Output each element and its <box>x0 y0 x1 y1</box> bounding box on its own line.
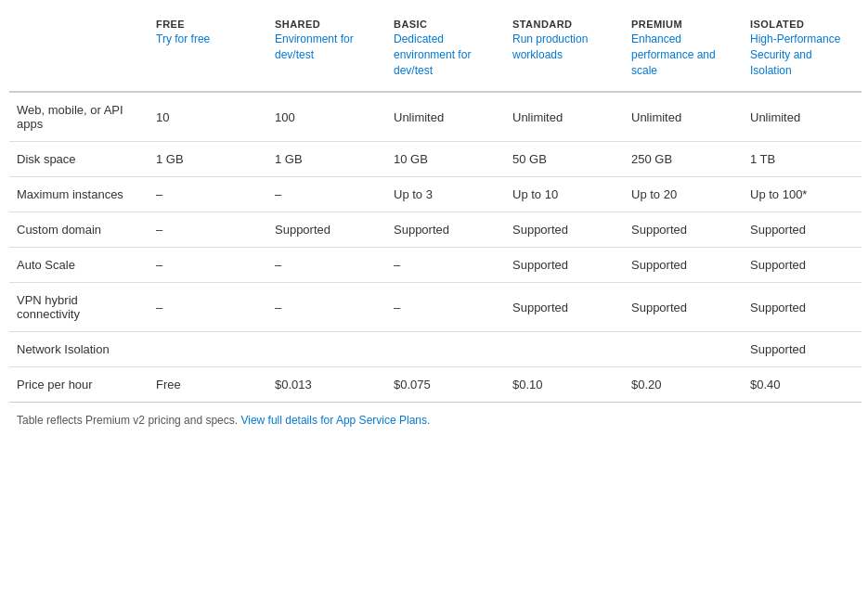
plan-header-free: FREETry for free <box>149 9 267 92</box>
table-row: VPN hybrid connectivity–––SupportedSuppo… <box>9 283 862 332</box>
feature-value-cell: 1 TB <box>743 142 862 177</box>
feature-value-cell: 1 GB <box>267 142 386 177</box>
plan-desc-label: High-Performance Security and Isolation <box>750 32 854 78</box>
feature-value-cell: Supported <box>624 212 743 248</box>
feature-value-cell: – <box>267 283 386 332</box>
footer-static-text: Table reflects Premium v2 pricing and sp… <box>17 414 240 427</box>
table-row: Web, mobile, or API apps10100UnlimitedUn… <box>9 92 862 142</box>
plan-header-shared: SHAREDEnvironment for dev/test <box>267 9 386 92</box>
feature-value-cell: Unlimited <box>386 92 505 142</box>
feature-value-cell: 50 GB <box>505 142 624 177</box>
feature-value-cell: 100 <box>267 92 386 142</box>
feature-value-cell: – <box>149 248 267 283</box>
plan-desc-label: Environment for dev/test <box>275 32 379 63</box>
feature-value-cell: Unlimited <box>505 92 624 142</box>
feature-value-cell: – <box>386 248 505 283</box>
feature-value-cell: $0.20 <box>624 367 743 403</box>
pricing-table-wrapper: FREETry for freeSHAREDEnvironment for de… <box>0 0 868 451</box>
footer-row: Table reflects Premium v2 pricing and sp… <box>9 403 862 433</box>
feature-value-cell: 10 GB <box>386 142 505 177</box>
feature-name-cell: Disk space <box>9 142 149 177</box>
plan-desc-label: Run production workloads <box>512 32 616 63</box>
header-row: FREETry for freeSHAREDEnvironment for de… <box>9 9 862 92</box>
table-row: Price per hourFree$0.013$0.075$0.10$0.20… <box>9 367 862 403</box>
table-row: Auto Scale–––SupportedSupportedSupported <box>9 248 862 283</box>
feature-value-cell: 1 GB <box>149 142 267 177</box>
table-row: Disk space1 GB1 GB10 GB50 GB250 GB1 TB <box>9 142 862 177</box>
feature-value-cell: – <box>267 177 386 212</box>
feature-value-cell: – <box>149 177 267 212</box>
footer-link[interactable]: View full details for App Service Plans. <box>240 414 430 427</box>
plan-desc-label: Dedicated environment for dev/test <box>394 32 498 78</box>
feature-name-cell: Web, mobile, or API apps <box>9 92 149 142</box>
feature-value-cell <box>267 332 386 367</box>
feature-value-cell: $0.013 <box>267 367 386 403</box>
table-row: Custom domain–SupportedSupportedSupporte… <box>9 212 862 248</box>
feature-name-cell: Maximum instances <box>9 177 149 212</box>
plan-tier-label: SHARED <box>275 19 379 30</box>
feature-value-cell: 250 GB <box>624 142 743 177</box>
feature-value-cell: $0.10 <box>505 367 624 403</box>
feature-value-cell: – <box>149 283 267 332</box>
table-row: Maximum instances––Up to 3Up to 10Up to … <box>9 177 862 212</box>
feature-value-cell: Supported <box>505 283 624 332</box>
feature-name-cell: Price per hour <box>9 367 149 403</box>
feature-value-cell: Supported <box>386 212 505 248</box>
feature-value-cell: Free <box>149 367 267 403</box>
feature-value-cell <box>386 332 505 367</box>
feature-value-cell: Supported <box>624 248 743 283</box>
feature-value-cell: Up to 10 <box>505 177 624 212</box>
feature-value-cell: Supported <box>505 248 624 283</box>
feature-value-cell: Supported <box>505 212 624 248</box>
plan-tier-label: STANDARD <box>512 19 616 30</box>
feature-value-cell: Up to 100* <box>743 177 862 212</box>
footer-cell: Table reflects Premium v2 pricing and sp… <box>9 403 862 433</box>
feature-value-cell <box>624 332 743 367</box>
feature-value-cell: $0.40 <box>743 367 862 403</box>
plan-desc-label: Enhanced performance and scale <box>631 32 735 78</box>
plan-header-standard: STANDARDRun production workloads <box>505 9 624 92</box>
feature-name-cell: VPN hybrid connectivity <box>9 283 149 332</box>
feature-value-cell: Unlimited <box>743 92 862 142</box>
plan-header-isolated: ISOLATEDHigh-Performance Security and Is… <box>743 9 862 92</box>
feature-value-cell: – <box>386 283 505 332</box>
feature-name-cell: Auto Scale <box>9 248 149 283</box>
plan-header-basic: BASICDedicated environment for dev/test <box>386 9 505 92</box>
plan-tier-label: FREE <box>156 19 260 30</box>
feature-value-cell: Supported <box>743 332 862 367</box>
feature-value-cell: Supported <box>743 283 862 332</box>
feature-value-cell <box>505 332 624 367</box>
plan-tier-label: PREMIUM <box>631 19 735 30</box>
feature-name-cell: Custom domain <box>9 212 149 248</box>
pricing-table: FREETry for freeSHAREDEnvironment for de… <box>9 9 862 432</box>
feature-value-cell: Supported <box>743 248 862 283</box>
plan-desc-label: Try for free <box>156 32 260 47</box>
plan-tier-label: BASIC <box>394 19 498 30</box>
feature-value-cell <box>149 332 267 367</box>
feature-value-cell: 10 <box>149 92 267 142</box>
feature-value-cell: – <box>149 212 267 248</box>
feature-value-cell: Up to 3 <box>386 177 505 212</box>
table-row: Network IsolationSupported <box>9 332 862 367</box>
feature-value-cell: Up to 20 <box>624 177 743 212</box>
feature-header-cell <box>9 9 149 92</box>
feature-name-cell: Network Isolation <box>9 332 149 367</box>
feature-value-cell: – <box>267 248 386 283</box>
feature-value-cell: $0.075 <box>386 367 505 403</box>
plan-header-premium: PREMIUMEnhanced performance and scale <box>624 9 743 92</box>
feature-value-cell: Unlimited <box>624 92 743 142</box>
feature-value-cell: Supported <box>743 212 862 248</box>
feature-value-cell: Supported <box>624 283 743 332</box>
plan-tier-label: ISOLATED <box>750 19 854 30</box>
feature-value-cell: Supported <box>267 212 386 248</box>
